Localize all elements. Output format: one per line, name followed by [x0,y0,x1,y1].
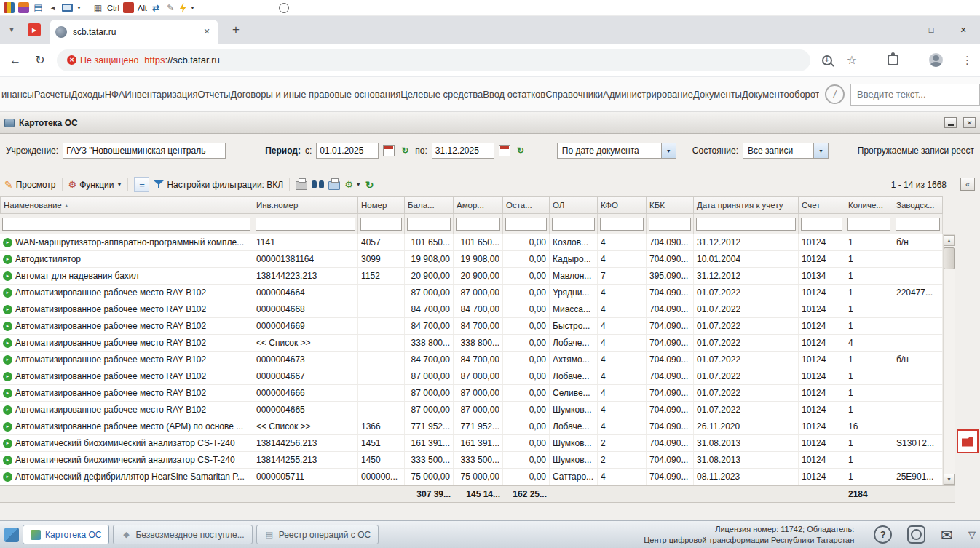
calendar-icon[interactable] [499,145,510,156]
table-row[interactable]: ►Автоматизированное рабочее место (АРМ) … [0,418,943,435]
book-icon[interactable]: ▤ [33,2,44,13]
taskbar-tab-2[interactable]: ◆Безвозмездное поступле... [113,525,252,544]
graph-icon[interactable] [18,2,29,13]
column-filter-input[interactable] [2,218,250,231]
speaker-icon[interactable]: ◄ [47,2,58,13]
chart-icon[interactable] [4,2,15,13]
pinned-app-icon[interactable]: ▶ [28,23,41,36]
menu-item-11[interactable]: Администрирование [603,89,693,100]
scrollbar-thumb[interactable] [944,247,955,269]
bookmark-star-icon[interactable]: ☆ [847,53,857,67]
filter-settings-button[interactable]: Настройки фильтрации: ВКЛ [154,180,283,190]
functions-button[interactable]: ⚙ Функции ▼ [68,179,122,190]
column-filter-input[interactable] [801,218,842,231]
menu-item-7[interactable]: Договоры и иные правовые основания [230,89,400,100]
open-record-icon[interactable]: ► [3,255,12,264]
menu-item-5[interactable]: Инвентаризация [125,89,197,100]
column-header-2[interactable]: Инв.номер [253,196,358,214]
date-mode-select[interactable]: По дате документа ▼ [557,143,676,159]
window-close-button[interactable]: ✕ [958,25,968,35]
app-close-button[interactable]: ✕ [963,117,976,128]
collapse-taskbar-icon[interactable]: ▽ [968,525,976,544]
browser-menu-icon[interactable]: ⋮ [962,54,973,67]
refresh-icon[interactable]: ↻ [32,53,48,67]
extensions-icon[interactable] [888,55,898,65]
help-icon[interactable]: ? [874,525,892,544]
menu-item-4[interactable]: НФА [105,89,125,100]
column-filter-input[interactable] [256,218,355,231]
zoom-icon[interactable]: + [822,55,832,65]
table-row[interactable]: ►Автоматизированное рабочее место RAY B1… [0,318,943,335]
scroll-up-icon[interactable]: ▲ [944,235,955,246]
back-icon[interactable]: ← [7,54,23,67]
print-settings-icon[interactable] [328,181,340,190]
table-row[interactable]: ►Автоматизированное рабочее место RAY B1… [0,285,943,301]
table-row[interactable]: ►Автоматизированное рабочее место RAY B1… [0,402,943,418]
window-maximize-button[interactable]: □ [926,25,936,35]
settings-dropdown-button[interactable]: ⚙ ▼ [344,179,361,190]
column-header-5[interactable]: Амор... [454,196,503,214]
column-header-1[interactable]: Наименование▲ [0,196,253,214]
column-filter-input[interactable] [649,218,691,231]
clock-icon[interactable] [279,3,289,13]
column-header-10[interactable]: Дата принятия к учету [694,196,799,214]
column-header-9[interactable]: КБК [647,196,694,214]
sync-icon[interactable]: ⇄ [151,2,162,13]
tab-search-icon[interactable]: ▼ [4,26,19,33]
taskbar-tab-1[interactable]: Картотека ОС [23,525,109,544]
open-record-icon[interactable]: ► [3,472,12,482]
table-row[interactable]: ►Автоматизированное рабочее место RAY B1… [0,352,943,368]
app-minimize-button[interactable] [944,117,957,128]
column-filter-input[interactable] [552,218,595,231]
search-binoculars-icon[interactable] [312,180,324,188]
monitor-icon[interactable] [62,4,73,12]
browser-tab[interactable]: scb.tatar.ru ✕ [50,20,218,44]
open-record-icon[interactable]: ► [3,288,12,298]
table-row[interactable]: ►Автоматизированное рабочее место RAY B1… [0,368,943,385]
vertical-scrollbar[interactable]: ▲ ▼ [943,234,955,485]
date-to-input[interactable] [432,143,494,159]
menu-item-8[interactable]: Целевые средства [400,89,483,100]
column-filter-input[interactable] [847,218,890,231]
new-tab-button[interactable]: + [227,23,245,37]
open-record-icon[interactable]: ► [3,439,12,448]
screenshot-camera-icon[interactable] [907,525,925,544]
taskbar-tab-3[interactable]: ▤Реестр операций с ОС [256,525,379,544]
scroll-down-icon[interactable]: ▼ [944,474,955,485]
address-bar[interactable]: ✕ Не защищено https://scb.tatar.ru [57,49,810,71]
column-filter-input[interactable] [505,218,547,231]
menu-item-2[interactable]: Расчеты [34,89,71,100]
column-header-3[interactable]: Номер [358,196,405,214]
security-badge[interactable]: ✕ Не защищено [67,55,138,65]
table-row[interactable]: ►Автомат для надевания бахил138144223.21… [0,268,943,285]
checkered-grid-icon[interactable]: ▦ [92,2,103,13]
column-header-12[interactable]: Количе... [845,196,893,214]
column-filter-input[interactable] [360,218,402,231]
reset-date-icon[interactable]: ↻ [515,145,526,156]
table-row[interactable]: ►Автоматический биохимический анализатор… [0,452,943,469]
home-icon[interactable] [4,528,19,542]
column-header-13[interactable]: Заводск... [893,196,943,214]
open-record-icon[interactable]: ► [3,372,12,381]
alt-key-icon[interactable] [123,2,134,13]
column-header-11[interactable]: Счет [799,196,845,214]
menu-item-6[interactable]: Отчеты [198,89,231,100]
table-row[interactable]: ►Автоматизированное рабочее место RAY B1… [0,385,943,402]
table-row[interactable]: ►Автоматизированное рабочее место RAY B1… [0,301,943,318]
lightning-icon[interactable] [180,3,186,13]
date-from-input[interactable] [316,143,379,159]
chevron-down-icon[interactable]: ▼ [76,5,82,10]
numbered-list-button[interactable]: ≡ [134,177,149,192]
reset-date-icon[interactable]: ↻ [399,145,411,156]
menu-item-9[interactable]: Ввод остатков [483,89,545,100]
collapse-panel-button[interactable]: « [960,178,975,191]
open-record-icon[interactable]: ► [3,338,12,348]
menu-item-10[interactable]: Справочники [545,89,603,100]
menu-item-12[interactable]: Документы [693,89,742,100]
tools-icon[interactable]: ✎ [165,2,176,13]
state-select[interactable]: Все записи ▼ [743,143,829,159]
chevron-down-icon[interactable]: ▼ [190,5,195,10]
menu-item-13[interactable]: Документооборот [742,89,819,100]
column-header-4[interactable]: Бала... [405,196,454,214]
print-icon[interactable] [296,181,307,190]
